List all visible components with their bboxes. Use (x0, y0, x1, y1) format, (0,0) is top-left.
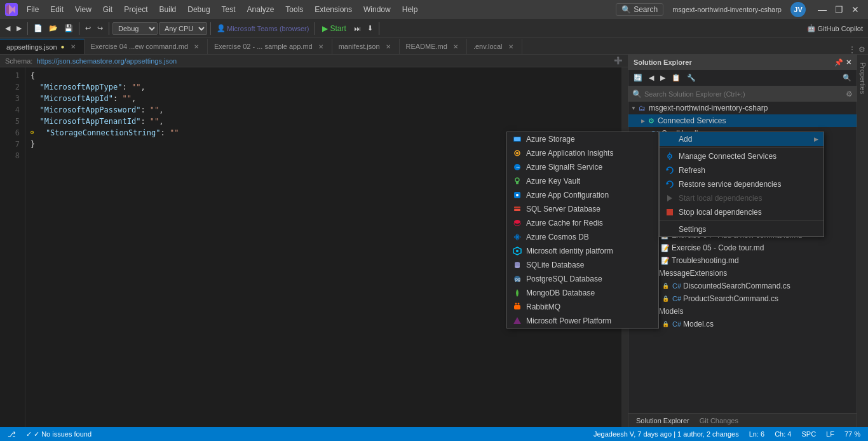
undo-button[interactable]: ↩ (83, 23, 93, 34)
se-search-input[interactable] (644, 90, 846, 98)
menu-file[interactable]: File (22, 4, 44, 15)
tab-close-exercise04[interactable]: ✕ (192, 42, 201, 51)
menu-help[interactable]: Help (397, 4, 423, 15)
tab-envlocal[interactable]: .env.local ✕ (467, 39, 522, 54)
tab-appsettings[interactable]: appsettings.json ● ✕ (0, 39, 85, 54)
se-search-bar[interactable]: 🔍 ⚙ (628, 86, 857, 102)
teams-profile-button[interactable]: 👤 Microsoft Teams (browser) (214, 23, 311, 34)
se-project-root[interactable]: ▼ 🗂 msgext-northwind-inventory-csharp (628, 102, 857, 114)
start-button[interactable]: ▶ Start (318, 23, 349, 34)
git-status-button[interactable]: ⎇ (5, 430, 18, 438)
se-product-search[interactable]: 🔒 C# ProductSearchCommand.cs (628, 292, 857, 305)
tab-readme[interactable]: README.md ✕ (400, 39, 467, 54)
service-azure-redis[interactable]: Azure Cache for Redis (507, 216, 658, 230)
schema-value[interactable]: https://json.schemastore.org/appsettings… (36, 57, 177, 65)
menu-git[interactable]: Git (98, 4, 118, 15)
col-info[interactable]: Ch: 4 (772, 430, 794, 438)
menu-edit[interactable]: Edit (45, 4, 69, 15)
service-ms-power[interactable]: Microsoft Power Platform (507, 314, 658, 328)
se-models[interactable]: ▼ 📁 Models (628, 305, 857, 318)
se-tab-git-changes[interactable]: Git Changes (695, 416, 743, 426)
se-tab-solution-explorer[interactable]: Solution Explorer (631, 416, 695, 426)
user-avatar[interactable]: JV (790, 2, 806, 17)
se-message-extensions[interactable]: ▼ 📁 MessageExtensions (628, 267, 857, 280)
service-rabbitmq[interactable]: RabbitMQ (507, 300, 658, 314)
se-forward-button[interactable]: ▶ (658, 72, 668, 83)
step-in-button[interactable]: ⬇ (365, 23, 376, 34)
new-project-button[interactable]: 📄 (31, 23, 45, 34)
menu-analyze[interactable]: Analyze (242, 4, 280, 15)
tab-overflow-button[interactable]: ⋮ (848, 45, 856, 54)
open-button[interactable]: 📂 (46, 23, 60, 34)
debug-config-select[interactable]: Debug Release (112, 22, 158, 35)
ctx-stop-local[interactable]: Stop local dependencies (660, 205, 824, 219)
service-azure-cosmos[interactable]: Azure Cosmos DB (507, 230, 658, 244)
menu-view[interactable]: View (70, 4, 97, 15)
se-discounted-search[interactable]: 🔒 C# DiscountedSearchCommand.cs (628, 280, 857, 292)
se-exercise05[interactable]: 📝 Exercise 05 - Code tour.md (628, 241, 857, 254)
tab-close-exercise02[interactable]: ✕ (316, 42, 325, 51)
service-ms-identity[interactable]: Microsoft identity platform (507, 244, 658, 258)
nav-back-button[interactable]: ◀ (3, 23, 13, 34)
schema-add-button[interactable]: ➕ (614, 57, 623, 65)
menu-project[interactable]: Project (119, 4, 153, 15)
ctx-restore-deps[interactable]: Restore service dependencies (660, 177, 824, 191)
tab-close-envlocal[interactable]: ✕ (506, 42, 515, 51)
project-expand-arrow[interactable]: ▼ (631, 105, 636, 111)
connected-services-expand[interactable]: ▶ (641, 118, 645, 124)
tab-close-readme[interactable]: ✕ (451, 42, 460, 51)
github-copilot-button[interactable]: 🤖 GitHub Copilot (804, 23, 865, 34)
menu-test[interactable]: Test (217, 4, 241, 15)
tab-settings-button[interactable]: ⚙ (858, 45, 865, 54)
line-info[interactable]: Ln: 6 (747, 430, 767, 438)
menu-build[interactable]: Build (154, 4, 182, 15)
redo-button[interactable]: ↪ (95, 23, 105, 34)
se-close-button[interactable]: ✕ (846, 58, 851, 67)
ctx-add[interactable]: Add (660, 132, 824, 146)
menu-debug[interactable]: Debug (182, 4, 215, 15)
encoding-info[interactable]: SPC (799, 430, 818, 438)
tab-exercise04[interactable]: Exercise 04 ...ew command.md ✕ (85, 39, 208, 54)
properties-tab-label[interactable]: Properties (858, 57, 868, 99)
se-properties-button[interactable]: 📋 (669, 72, 683, 83)
se-troubleshooting[interactable]: 📝 Troubleshooting.md (628, 254, 857, 267)
tab-close-appsettings[interactable]: ✕ (69, 43, 78, 51)
nav-forward-button[interactable]: ▶ (14, 23, 24, 34)
author-info[interactable]: Jegadeesh V, 7 days ago | 1 author, 2 ch… (591, 430, 742, 438)
service-azure-app-config[interactable]: Azure App Configuration (507, 188, 658, 202)
service-azure-app-insights[interactable]: Azure Application Insights (507, 146, 658, 160)
ctx-manage-connected-services[interactable]: Manage Connected Services (660, 149, 824, 163)
tab-manifest[interactable]: manifest.json ✕ (332, 39, 400, 54)
service-azure-signalr[interactable]: ↔ Azure SignalR Service (507, 160, 658, 174)
se-filter-button[interactable]: 🔧 (684, 72, 698, 83)
se-search-button[interactable]: 🔍 (840, 72, 854, 83)
save-button[interactable]: 💾 (62, 23, 76, 34)
ctx-refresh[interactable]: Refresh (660, 163, 824, 177)
maximize-button[interactable]: ❐ (831, 2, 846, 17)
menu-window[interactable]: Window (358, 4, 396, 15)
se-back-button[interactable]: ◀ (646, 72, 656, 83)
se-sync-button[interactable]: 🔄 (631, 72, 645, 83)
close-button[interactable]: ✕ (848, 2, 863, 17)
ctx-settings[interactable]: Settings (660, 222, 824, 236)
se-pin-button[interactable]: 📌 (834, 58, 843, 67)
service-azure-storage[interactable]: Azure Storage (507, 132, 658, 146)
line-ending-info[interactable]: LF (824, 430, 837, 438)
service-postgresql[interactable]: pg PostgreSQL Database (507, 272, 658, 286)
service-azure-keyvault[interactable]: Azure Key Vault (507, 174, 658, 188)
step-over-button[interactable]: ⏭ (351, 24, 363, 34)
se-model-cs[interactable]: 🔒 C# Model.cs (628, 318, 857, 330)
minimize-button[interactable]: — (815, 2, 830, 17)
global-search-box[interactable]: 🔍 Search (616, 3, 663, 16)
tab-exercise02[interactable]: Exercise 02 - ... sample app.md ✕ (208, 39, 332, 54)
menu-tools[interactable]: Tools (280, 4, 308, 15)
issues-status[interactable]: ✓ ✓ No issues found (24, 430, 94, 438)
se-search-settings-icon[interactable]: ⚙ (846, 90, 853, 98)
service-sql-server[interactable]: SQL Server Database (507, 202, 658, 216)
se-connected-services[interactable]: ▶ ⚙ Connected Services (628, 114, 857, 127)
service-mongodb[interactable]: MongoDB Database (507, 286, 658, 300)
tab-close-manifest[interactable]: ✕ (384, 42, 393, 51)
menu-extensions[interactable]: Extensions (309, 4, 357, 15)
service-sqlite[interactable]: SQLite Database (507, 258, 658, 272)
zoom-level[interactable]: 77 % (842, 430, 863, 438)
